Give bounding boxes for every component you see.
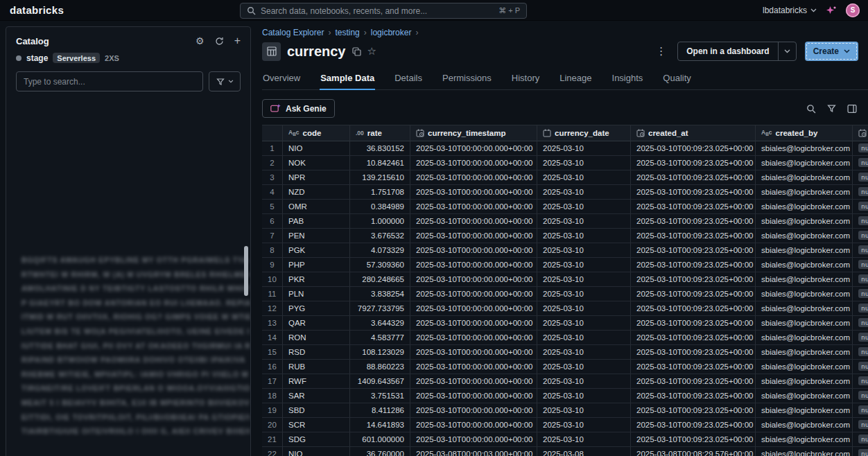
table-row[interactable]: 17RWF1409.6435672025-03-10T00:00:00.000+… [262, 374, 868, 389]
table-row[interactable]: 11PLN3.8382542025-03-10T00:00:00.000+00:… [262, 287, 868, 301]
kebab-menu-icon[interactable]: ⋮ [653, 45, 669, 58]
null-badge: null [858, 405, 868, 414]
star-icon[interactable]: ☆ [367, 45, 376, 58]
tab-details[interactable]: Details [394, 69, 423, 89]
redacted-text-line: AWOLHATINIE D NY TEIBTIGTY LASTOSTTO RHI… [21, 281, 235, 296]
table-row[interactable]: 16RUB88.8602232025-03-10T00:00:00.000+00… [262, 360, 868, 374]
cell-created_at: 2025-03-10T00:09:23.025+00:00 [631, 200, 756, 214]
cell-rate: 14.641893 [350, 418, 410, 432]
gear-icon[interactable]: ⚙ [196, 36, 205, 46]
table-row[interactable]: 9PHP57.3093602025-03-10T00:00:00.000+00:… [262, 258, 868, 272]
table-row[interactable]: 7PEN3.6765322025-03-10T00:00:00.000+00:0… [262, 229, 868, 243]
create-button[interactable]: Create [805, 42, 858, 61]
column-header-created_by[interactable]: ABccreated_by [756, 125, 853, 141]
table-row[interactable]: 5OMR0.3849892025-03-10T00:00:00.000+00:0… [262, 200, 868, 214]
tab-lineage[interactable]: Lineage [559, 69, 592, 89]
table-row[interactable]: 8PGK4.0733292025-03-10T00:00:00.000+00:0… [262, 243, 868, 258]
table-row[interactable]: 20SCR14.6418932025-03-10T00:00:00.000+00… [262, 418, 868, 432]
redacted-text-line: TIRGNEIT/RE LOVEIFT BPIERLAN O WIOOA.OYV… [21, 381, 235, 396]
catalog-search-input[interactable] [16, 71, 203, 91]
cell-code: SBD [283, 403, 350, 418]
sidebar-title: Catalog [16, 36, 49, 46]
breadcrumb-link[interactable]: Catalog Explorer [262, 28, 324, 37]
cell-currency_date: 2025-03-10 [537, 389, 631, 403]
table-row[interactable]: 18SAR3.7515312025-03-10T00:00:00.000+00:… [262, 389, 868, 403]
column-header-code[interactable]: ABccode [283, 125, 350, 141]
refresh-icon[interactable] [215, 37, 224, 46]
catalog-filter-button[interactable] [209, 71, 241, 91]
assistant-sparkle-icon[interactable] [826, 6, 837, 15]
open-in-dashboard-button[interactable]: Open in a dashboard [677, 42, 796, 61]
serverless-badge: Serverless [53, 53, 100, 63]
table-row[interactable]: 3NPR139.2156102025-03-10T00:00:00.000+00… [262, 170, 868, 185]
cell-currency_timestamp: 2025-03-10T00:00:00.000+00:00 [410, 287, 537, 301]
cell-code: PAB [283, 214, 350, 229]
table-row[interactable]: 22NIO36.7600002025-03-08T00:00:03.000+00… [262, 447, 868, 456]
cell-code: PLN [283, 287, 350, 301]
cell-truncated: null [853, 301, 868, 316]
global-search-bar[interactable]: Search data, notebooks, recents, and mor… [240, 3, 527, 19]
column-header-created_at[interactable]: created_at [631, 125, 756, 141]
cell-code: NIO [283, 447, 350, 456]
compute-status-dot [16, 55, 21, 61]
cell-currency_date: 2025-03-10 [537, 374, 631, 389]
table-row[interactable]: 10PKR280.2486652025-03-10T00:00:00.000+0… [262, 272, 868, 287]
tab-insights[interactable]: Insights [611, 69, 644, 89]
column-header-currency_timestamp[interactable]: currency_timestamp [410, 125, 537, 141]
null-badge: null [858, 362, 868, 371]
cell-code: SDG [283, 432, 350, 447]
cell-truncated: null [853, 374, 868, 389]
tab-permissions[interactable]: Permissions [442, 69, 492, 89]
tab-sample-data[interactable]: Sample Data [320, 69, 375, 90]
cell-created_at: 2025-03-10T00:09:23.025+00:00 [631, 360, 756, 374]
copy-icon[interactable] [352, 47, 361, 56]
table-row[interactable]: 14RON4.5837772025-03-10T00:00:00.000+00:… [262, 331, 868, 345]
null-badge: null [858, 391, 868, 400]
dashboard-chevron-button[interactable] [778, 42, 796, 60]
side-panel-icon[interactable] [847, 104, 857, 114]
breadcrumb-link[interactable]: testing [335, 28, 359, 37]
row-number: 15 [262, 345, 283, 360]
tab-history[interactable]: History [511, 69, 540, 89]
cell-truncated: null [853, 214, 868, 229]
column-header-truncated[interactable] [853, 125, 868, 141]
table-row[interactable]: 19SBD8.4112862025-03-10T00:00:00.000+00:… [262, 403, 868, 418]
cell-currency_timestamp: 2025-03-10T00:00:00.000+00:00 [410, 200, 537, 214]
workspace-name: lbdatabricks [763, 6, 807, 15]
add-icon[interactable]: + [234, 35, 241, 46]
table-row[interactable]: 6PAB1.0000002025-03-10T00:00:00.000+00:0… [262, 214, 868, 229]
column-header-currency_date[interactable]: currency_date [537, 125, 631, 141]
compute-name: stage [26, 53, 48, 63]
workspace-menu[interactable]: lbdatabricks [763, 6, 817, 15]
cell-truncated: null [853, 200, 868, 214]
cell-created_by: sbiales@logicbroker.com [756, 418, 853, 432]
table-row[interactable]: 2NOK10.8424612025-03-10T00:00:00.000+00:… [262, 156, 868, 170]
global-search-placeholder: Search data, notebooks, recents, and mor… [261, 6, 494, 16]
table-row[interactable]: 12PYG7927.7337952025-03-10T00:00:00.000+… [262, 301, 868, 316]
redacted-text-line: LIUTEM BIS TE WO(A PEGIVIATELIIIOTO, UEI… [21, 324, 235, 339]
cell-code: PGK [283, 243, 350, 258]
cell-rate: 108.123029 [350, 345, 410, 360]
table-row[interactable]: 4NZD1.7517082025-03-10T00:00:00.000+00:0… [262, 185, 868, 200]
table-row[interactable]: 21SDG601.0000002025-03-10T00:00:00.000+0… [262, 432, 868, 447]
row-number: 10 [262, 272, 283, 287]
tab-overview[interactable]: Overview [262, 69, 301, 89]
avatar[interactable]: S [846, 3, 860, 17]
cell-currency_timestamp: 2025-03-10T00:00:00.000+00:00 [410, 243, 537, 258]
databricks-logo[interactable]: databricks [0, 4, 73, 16]
table-row[interactable]: 1NIO36.8301522025-03-10T00:00:00.000+00:… [262, 141, 868, 156]
sidebar-scrollbar[interactable] [244, 246, 248, 296]
breadcrumb-link[interactable]: logicbroker [371, 28, 412, 37]
cell-created_by: sbiales@logicbroker.com [756, 258, 853, 272]
table-filter-icon[interactable] [827, 104, 836, 113]
cell-currency_date: 2025-03-10 [537, 360, 631, 374]
tab-quality[interactable]: Quality [662, 69, 691, 89]
table-row[interactable]: 13QAR3.6443292025-03-10T00:00:00.000+00:… [262, 316, 868, 331]
row-number: 17 [262, 374, 283, 389]
ask-genie-button[interactable]: Ask Genie [262, 99, 335, 118]
column-header-rate[interactable]: .00rate [350, 125, 410, 141]
cell-code: RON [283, 331, 350, 345]
cell-rate: 88.860223 [350, 360, 410, 374]
table-row[interactable]: 15RSD108.1230292025-03-10T00:00:00.000+0… [262, 345, 868, 360]
table-search-icon[interactable] [806, 104, 816, 114]
